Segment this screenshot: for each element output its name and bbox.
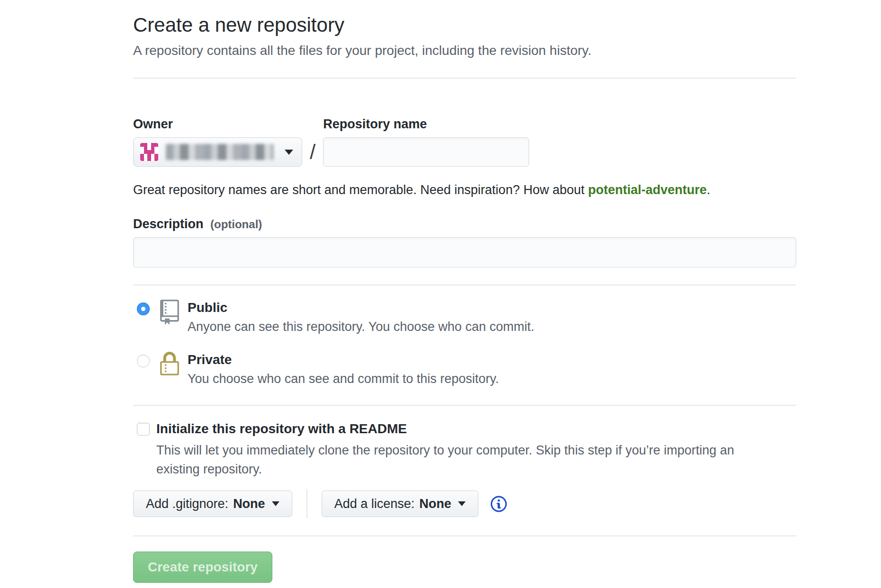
description-input[interactable] <box>133 237 796 267</box>
page-subtitle: A repository contains all the files for … <box>133 43 797 59</box>
toolbar-divider <box>306 489 307 518</box>
public-option-description: Anyone can see this repository. You choo… <box>188 319 534 335</box>
owner-field: Owner <box>133 116 302 167</box>
section-divider <box>133 405 796 406</box>
section-divider <box>133 78 796 79</box>
license-button-value: None <box>419 497 451 511</box>
owner-select-button[interactable] <box>133 137 302 167</box>
readme-checkbox[interactable] <box>137 423 150 436</box>
info-icon[interactable] <box>491 495 507 513</box>
repository-name-input[interactable] <box>323 137 529 167</box>
description-optional-note: (optional) <box>210 218 262 231</box>
repository-name-hint: Great repository names are short and mem… <box>133 182 797 198</box>
readme-description: This will let you immediately clone the … <box>156 441 767 479</box>
gitignore-button-value: None <box>233 497 265 511</box>
gitignore-button-label: Add .gitignore: <box>146 497 228 511</box>
create-repository-button[interactable]: Create repository <box>133 552 272 583</box>
private-radio[interactable] <box>137 355 150 367</box>
owner-label: Owner <box>133 116 302 132</box>
caret-down-icon <box>458 501 466 506</box>
hint-text: Great repository names are short and mem… <box>133 183 588 197</box>
add-license-button[interactable]: Add a license: None <box>322 490 478 517</box>
create-repository-page: Create a new repository A repository con… <box>0 0 797 588</box>
readme-section: Initialize this repository with a README… <box>133 421 797 479</box>
identicon-avatar <box>140 143 158 161</box>
add-gitignore-button[interactable]: Add .gitignore: None <box>133 490 292 517</box>
private-option-description: You choose who can see and commit to thi… <box>188 371 499 387</box>
repository-name-label: Repository name <box>323 116 529 132</box>
hint-period: . <box>707 183 710 197</box>
public-option-text: Public Anyone can see this repository. Y… <box>188 300 534 335</box>
repo-init-toolbar: Add .gitignore: None Add a license: None <box>133 489 797 518</box>
lock-icon <box>160 352 179 377</box>
readme-checkbox-row[interactable]: Initialize this repository with a README <box>137 421 797 437</box>
repository-name-field: Repository name <box>323 116 529 167</box>
license-button-label: Add a license: <box>334 497 415 511</box>
caret-down-icon <box>285 150 293 155</box>
public-option-title: Public <box>188 300 534 316</box>
section-divider <box>133 285 796 285</box>
description-label-row: Description (optional) <box>133 217 797 232</box>
visibility-option-public[interactable]: Public Anyone can see this repository. Y… <box>133 300 797 335</box>
owner-username-redacted <box>166 144 274 160</box>
repo-book-icon <box>160 300 179 325</box>
owner-repo-row: Owner / Repository name <box>133 116 797 167</box>
suggested-name-link[interactable]: potential-adventure <box>588 183 707 197</box>
private-option-title: Private <box>188 352 499 368</box>
caret-down-icon <box>272 501 279 506</box>
readme-label: Initialize this repository with a README <box>156 421 407 437</box>
page-title: Create a new repository <box>133 14 797 36</box>
create-button-row: Create repository <box>133 552 797 588</box>
visibility-option-private[interactable]: Private You choose who can see and commi… <box>133 352 797 387</box>
public-radio[interactable] <box>137 303 150 315</box>
private-option-text: Private You choose who can see and commi… <box>188 352 499 387</box>
section-divider <box>133 535 796 536</box>
owner-repo-separator: / <box>310 141 315 167</box>
description-label: Description <box>133 217 204 231</box>
